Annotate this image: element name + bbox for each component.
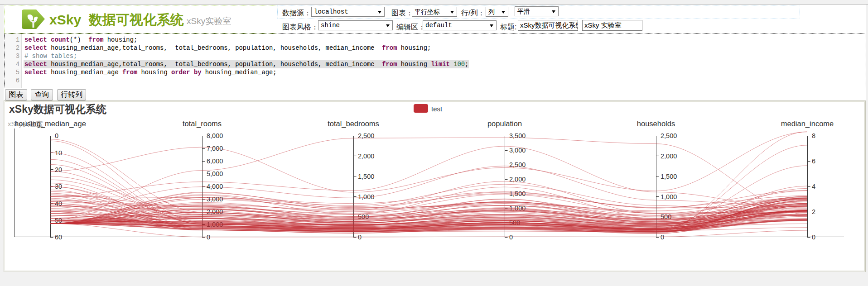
svg-text:housing_median_age: housing_median_age [14,119,86,128]
svg-text:households: households [637,119,675,128]
svg-text:8,000: 8,000 [207,132,223,139]
svg-text:1,500: 1,500 [358,173,374,180]
svg-text:6: 6 [812,157,815,165]
svg-text:0: 0 [812,234,815,241]
svg-text:0: 0 [661,234,664,241]
svg-text:7,000: 7,000 [207,145,223,152]
svg-text:6,000: 6,000 [207,157,223,165]
svg-text:4: 4 [812,183,815,190]
svg-text:total_bedrooms: total_bedrooms [328,119,379,128]
svg-text:4,000: 4,000 [207,183,223,190]
svg-text:2: 2 [812,208,815,215]
svg-text:median_income: median_income [781,119,834,128]
svg-text:20: 20 [55,166,62,173]
svg-text:0: 0 [509,234,513,241]
svg-text:2,000: 2,000 [358,153,374,160]
svg-text:1,500: 1,500 [661,173,677,180]
svg-text:0: 0 [55,132,58,139]
svg-text:60: 60 [55,234,62,241]
svg-text:2,500: 2,500 [661,132,677,139]
svg-text:1,000: 1,000 [661,193,677,200]
svg-text:total_rooms: total_rooms [183,119,222,128]
svg-text:population: population [487,119,522,128]
svg-text:5,000: 5,000 [207,170,223,177]
svg-text:2,500: 2,500 [358,132,374,139]
svg-text:8: 8 [812,132,815,139]
svg-text:3,500: 3,500 [509,132,526,139]
svg-text:2,000: 2,000 [661,153,677,160]
